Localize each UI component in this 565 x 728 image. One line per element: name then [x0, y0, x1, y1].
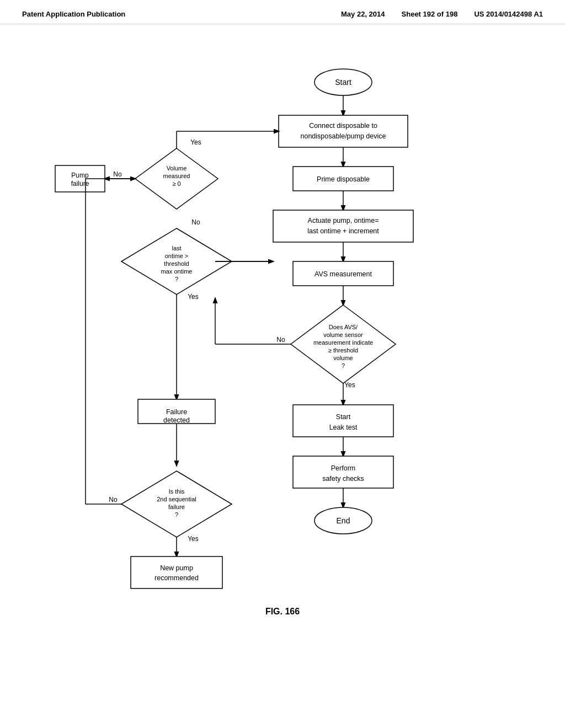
svg-text:recommended: recommended — [154, 574, 199, 582]
svg-text:Volume: Volume — [167, 165, 187, 172]
svg-text:No: No — [191, 218, 200, 226]
svg-rect-10 — [273, 210, 413, 242]
svg-text:volume sensor: volume sensor — [323, 331, 363, 338]
header-patent: US 2014/0142498 A1 — [474, 10, 543, 18]
svg-text:No: No — [113, 170, 122, 178]
svg-text:last ontime + increment: last ontime + increment — [307, 227, 379, 235]
svg-rect-74 — [293, 456, 393, 488]
svg-text:FIG. 166: FIG. 166 — [265, 607, 300, 616]
svg-text:New pump: New pump — [160, 564, 193, 572]
svg-text:volume: volume — [333, 355, 353, 361]
svg-text:Failure: Failure — [166, 408, 187, 416]
svg-text:2nd sequential: 2nd sequential — [157, 496, 196, 502]
svg-text:AVS measurement: AVS measurement — [315, 270, 372, 278]
svg-text:?: ? — [342, 362, 345, 369]
header-sheet: Sheet 192 of 198 — [402, 10, 458, 18]
svg-rect-3 — [279, 115, 408, 147]
svg-text:Yes: Yes — [190, 138, 201, 146]
svg-text:threshold: threshold — [164, 260, 189, 267]
svg-text:Actuate pump, ontime=: Actuate pump, ontime= — [308, 217, 379, 224]
svg-text:safety checks: safety checks — [322, 475, 364, 483]
svg-text:?: ? — [175, 276, 178, 282]
svg-text:Pump: Pump — [71, 172, 89, 179]
header-info: May 22, 2014 Sheet 192 of 198 US 2014/01… — [341, 10, 543, 18]
header-date: May 22, 2014 — [341, 10, 385, 18]
svg-text:measured: measured — [163, 173, 190, 179]
svg-text:Prime disposable: Prime disposable — [317, 175, 370, 183]
svg-text:≥ 0: ≥ 0 — [172, 180, 180, 187]
svg-text:Yes: Yes — [188, 535, 199, 543]
diagram-area: Start Connect disposable to nondisposabl… — [0, 24, 565, 675]
svg-text:Yes: Yes — [344, 381, 355, 389]
svg-text:Leak test: Leak test — [329, 424, 358, 431]
page-header: Patent Application Publication May 22, 2… — [0, 0, 565, 24]
svg-text:End: End — [337, 516, 350, 525]
svg-text:Start: Start — [336, 413, 351, 421]
svg-text:failure: failure — [168, 504, 185, 510]
svg-text:Perform: Perform — [331, 464, 355, 472]
svg-text:detected: detected — [163, 416, 190, 424]
svg-text:≥ threshold: ≥ threshold — [328, 347, 358, 354]
svg-text:Yes: Yes — [188, 293, 199, 301]
svg-text:?: ? — [175, 511, 178, 518]
svg-text:max ontime: max ontime — [161, 268, 193, 275]
svg-text:last: last — [172, 245, 181, 251]
svg-rect-65 — [131, 556, 222, 588]
svg-text:ontime >: ontime > — [165, 253, 189, 259]
svg-rect-70 — [293, 405, 393, 437]
svg-text:Is this: Is this — [169, 488, 185, 495]
flowchart-svg: Start Connect disposable to nondisposabl… — [0, 24, 565, 675]
svg-text:Does AVS/: Does AVS/ — [329, 324, 358, 330]
svg-text:No: No — [276, 336, 285, 344]
header-publication: Patent Application Publication — [22, 10, 125, 18]
svg-text:measurement indicate: measurement indicate — [313, 339, 373, 346]
svg-text:failure: failure — [71, 180, 89, 188]
svg-text:No: No — [109, 496, 118, 504]
svg-text:nondisposable/pump device: nondisposable/pump device — [301, 132, 386, 140]
svg-text:Connect disposable to: Connect disposable to — [309, 122, 377, 130]
svg-text:Start: Start — [335, 78, 351, 87]
